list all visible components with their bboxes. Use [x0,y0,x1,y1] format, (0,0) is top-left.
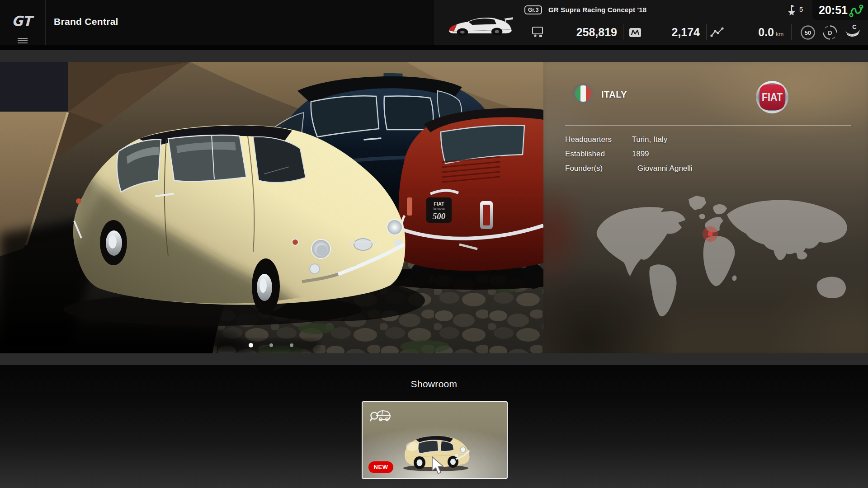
red-car-plate-nuova: la nuova [434,207,445,210]
d-icon-letter: D [828,29,832,36]
carousel-dot-3[interactable] [290,343,293,347]
mileage-value: 2,174 [642,26,700,39]
showroom-section: Showroom NEW [0,365,868,488]
showroom-card[interactable]: NEW [362,401,508,479]
header-divider [45,0,46,45]
cursor-pointer [431,456,445,475]
header-car-image [444,13,515,38]
red-car-plate-500: 500 [433,211,446,221]
sport-mode-icon: C [844,23,862,41]
credits-value: 258,819 [540,26,617,39]
car-class-badge: Gr.3 [524,5,542,14]
showroom-title: Showroom [0,379,868,389]
divider [706,24,707,40]
divider [526,24,526,40]
photo-bottom-strip [0,353,868,365]
info-label: Headquarters [565,135,630,144]
c-icon-letter: C [852,23,857,30]
header-car-name: GR Supra Racing Concept '18 [548,6,646,14]
divider [623,24,623,40]
driver-level-badge: 50 [800,25,816,40]
red-car-plate-fiat: FIAT [434,201,444,206]
route-icon [849,4,864,17]
brand-logo-text: FIAT [762,91,783,103]
info-value: Turin, Italy [632,135,667,144]
info-row-founders: Founder(s) Giovanni Agnelli [565,164,693,173]
distance-unit: km [776,31,783,38]
header-shadow-strip [0,45,868,50]
driver-level-value: 50 [805,29,811,36]
brand-photo[interactable]: FIAT la nuova 500 [0,62,543,353]
distance-graph-icon [710,27,724,38]
pin-icon [788,5,797,15]
distance-value: 0.0 [728,26,774,39]
carousel-dot-1[interactable] [249,343,253,347]
clock: 20:51 [819,4,848,17]
gt-logo[interactable]: GT [11,12,38,30]
divider [791,24,792,40]
info-value: Giovanni Agnelli [637,164,693,173]
page-title: Brand Central [54,16,118,27]
info-divider [565,125,851,126]
doorway-dark [0,62,68,115]
header-bar: GT Brand Central Gr.3 GR Supra Racing Co… [0,0,868,45]
info-label: Founder(s) [565,164,635,173]
new-badge: NEW [368,461,393,473]
mileage-icon [629,28,641,37]
gt-logo-text: GT [12,13,34,29]
info-value: 1899 [632,150,649,158]
info-row-established: Established 1899 [565,150,649,159]
country-name: ITALY [601,89,627,100]
pin-count: 5 [799,5,803,13]
world-map [583,191,863,318]
showroom-zoom-car-icon [370,408,391,426]
info-label: Established [565,150,630,159]
carousel-dot-2[interactable] [269,343,273,347]
brand-info-panel: ITALY FIAT Headquarters Turin, Italy Est… [543,62,868,353]
country-flag [571,82,595,105]
d-network-icon: D [822,25,838,40]
photo-top-strip [0,50,868,62]
menu-button[interactable] [18,38,28,43]
map-marker-italy [708,232,713,237]
info-row-headquarters: Headquarters Turin, Italy [565,135,667,144]
brand-logo: FIAT [755,80,789,114]
